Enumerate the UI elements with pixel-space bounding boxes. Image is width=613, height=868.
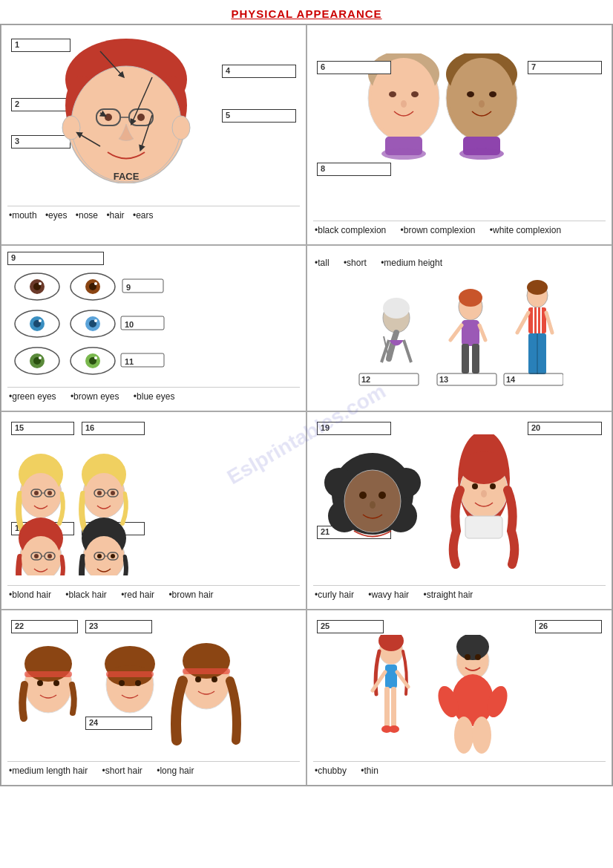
svg-text:13: 13 [439,375,448,384]
svg-rect-142 [24,671,72,677]
page-title: PHYSICAL APPEARANCE [0,0,613,24]
svg-rect-158 [391,687,396,728]
svg-point-27 [449,58,514,138]
svg-point-134 [472,483,478,489]
svg-point-57 [39,356,42,359]
svg-point-32 [381,148,426,160]
svg-text:12: 12 [361,375,370,384]
hairstyle-svg [313,434,558,575]
svg-rect-153 [183,668,230,674]
svg-point-96 [34,491,39,495]
svg-point-130 [370,501,376,509]
svg-point-33 [459,148,504,160]
label-box-19: 19 [317,422,391,435]
height-section: •tall •short •medium height 12 [306,245,612,411]
svg-line-75 [479,325,485,340]
eyes-diagram-svg: 9 10 11 [7,268,171,383]
height-figures-svg: 12 13 [355,277,563,388]
svg-point-170 [465,654,471,660]
label-box-22: 22 [11,620,78,633]
svg-point-9 [137,114,145,121]
hair-color-svg [7,434,260,575]
hairlength-svg [7,633,245,759]
svg-point-51 [94,319,97,322]
hairlength-section: 22 23 24 [1,610,306,786]
svg-text:14: 14 [506,375,516,384]
svg-text:9: 9 [126,283,131,292]
svg-point-28 [467,91,474,97]
label-box-8: 8 [317,163,391,176]
svg-point-61 [94,356,97,359]
label-box-25: 25 [317,620,384,633]
svg-point-113 [47,554,52,558]
svg-point-140 [37,680,43,686]
label-box-23: 23 [85,620,152,633]
svg-point-22 [411,91,419,97]
label-box-5: 5 [222,109,296,123]
face-section: 1 2 3 4 5 [1,25,306,245]
label-box-26: 26 [535,620,602,633]
svg-point-70 [459,289,482,307]
haircolor-section: 15 16 17 18 [1,411,306,610]
label-box-6: 6 [317,61,391,74]
bodytype-section: 25 26 [306,610,612,786]
svg-point-165 [452,674,494,726]
complexion-wordbank: •black complexion •brown complexion •whi… [313,221,606,238]
svg-point-141 [53,680,59,686]
svg-point-167 [472,717,491,754]
svg-point-104 [97,491,102,495]
svg-point-24 [401,100,407,108]
svg-point-133 [460,451,508,484]
complexion-diagram: 6 7 8 [313,53,606,217]
svg-point-21 [389,91,396,97]
svg-point-79 [527,280,548,295]
svg-text:10: 10 [125,320,134,329]
haircolor-wordbank: •blond hair •black hair •red hair •brown… [7,585,300,603]
svg-point-152 [212,676,217,682]
svg-line-87 [546,313,552,333]
svg-point-121 [111,554,115,558]
label-box-4: 4 [222,65,296,78]
hairstyle-wordbank: •curly hair •wavy hair •straight hair [313,585,606,603]
svg-point-136 [481,490,487,497]
svg-point-11 [172,116,190,140]
svg-point-135 [490,483,496,489]
svg-text:FACE: FACE [114,171,140,182]
svg-point-105 [111,491,115,495]
svg-point-47 [39,319,42,322]
svg-point-151 [195,676,201,682]
label-box-20: 20 [528,422,602,435]
svg-rect-73 [472,344,479,373]
svg-point-10 [62,116,80,140]
svg-rect-157 [384,687,390,728]
face-diagram: 1 2 3 4 5 [7,31,300,202]
label-box-15: 15 [11,422,74,435]
hairlength-wordbank: •medium length hair •short hair •long ha… [7,761,300,779]
svg-point-128 [359,492,367,499]
svg-rect-71 [462,320,479,346]
svg-point-146 [119,680,125,686]
svg-rect-72 [462,344,469,373]
svg-point-120 [97,554,102,558]
svg-point-29 [489,91,496,97]
svg-point-31 [479,100,485,108]
label-box-9: 9 [7,252,104,265]
face-cartoon-svg: FACE [45,35,208,183]
bodytype-wordbank: •chubby •thin [313,761,606,779]
svg-point-166 [454,717,473,754]
svg-point-37 [39,282,42,285]
svg-rect-156 [385,665,397,688]
label-box-16: 16 [82,422,145,435]
svg-point-97 [47,491,52,495]
svg-point-112 [34,554,39,558]
svg-rect-148 [106,671,154,677]
eyes-section: 9 9 [1,245,306,411]
svg-rect-137 [465,516,502,538]
face-wordbank: •mouth •eyes •nose •hair •ears [7,206,300,223]
svg-line-86 [517,313,528,333]
hairstyle-section: 19 20 21 [306,411,612,610]
svg-point-171 [475,654,481,660]
eyes-wordbank: •green eyes •brown eyes •blue eyes [7,387,300,405]
label-box-7: 7 [528,61,602,74]
svg-text:11: 11 [125,357,134,366]
